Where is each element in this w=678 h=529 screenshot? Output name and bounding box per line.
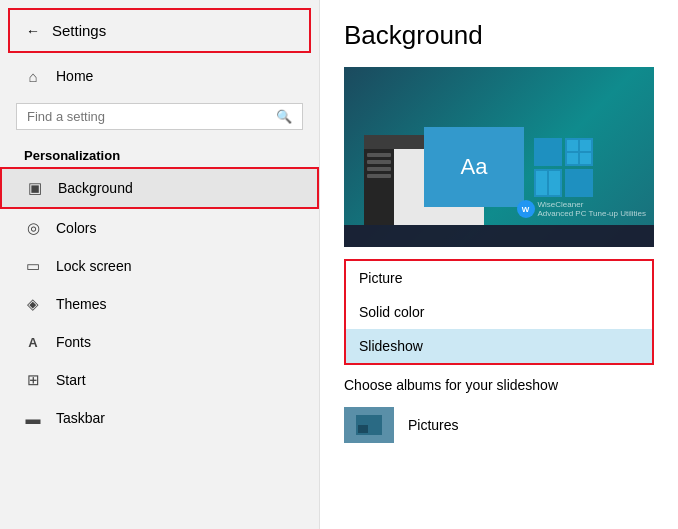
album-item[interactable]: Pictures <box>344 403 654 447</box>
colors-icon: ◎ <box>24 219 42 237</box>
tile-sub <box>567 140 578 151</box>
page-title: Background <box>344 20 654 51</box>
albums-section-label: Choose albums for your slideshow <box>344 377 654 393</box>
lock-screen-icon: ▭ <box>24 257 42 275</box>
preview-sidebar-win <box>364 149 394 225</box>
sidebar: ← Settings ⌂ Home 🔍 Personalization ▣ Ba… <box>0 0 320 529</box>
background-preview: Aa W WiseCleaner Advanced PC Tun <box>344 67 654 247</box>
personalization-section-label: Personalization <box>0 138 319 167</box>
tile-sub <box>536 171 547 195</box>
fonts-label: Fonts <box>56 334 91 350</box>
tile-bottom-left <box>534 169 562 197</box>
tile <box>534 138 562 166</box>
wisecleaner-watermark: W WiseCleaner Advanced PC Tune-up Utilit… <box>517 200 647 219</box>
settings-title: Settings <box>52 22 106 39</box>
preview-aa-text: Aa <box>461 154 488 180</box>
lock-screen-label: Lock screen <box>56 258 131 274</box>
start-label: Start <box>56 372 86 388</box>
sidebar-item-home[interactable]: ⌂ Home <box>0 57 319 95</box>
preview-taskbar <box>344 225 654 247</box>
search-icon: 🔍 <box>276 109 292 124</box>
tile-sub <box>580 140 591 151</box>
background-icon: ▣ <box>26 179 44 197</box>
dropdown-option-picture[interactable]: Picture <box>346 261 652 295</box>
preview-sidebar-line <box>367 167 391 171</box>
sidebar-item-fonts[interactable]: A Fonts <box>0 323 319 361</box>
wisecleaner-text: WiseCleaner Advanced PC Tune-up Utilitie… <box>538 200 647 219</box>
tile-bottom-right <box>565 169 593 197</box>
search-box[interactable]: 🔍 <box>16 103 303 130</box>
album-thumb-decoration <box>358 425 368 433</box>
dropdown-option-solid-color[interactable]: Solid color <box>346 295 652 329</box>
themes-icon: ◈ <box>24 295 42 313</box>
themes-label: Themes <box>56 296 107 312</box>
start-icon: ⊞ <box>24 371 42 389</box>
preview-tiles <box>534 138 593 197</box>
main-content: Background <box>320 0 678 529</box>
back-button[interactable]: ← <box>26 23 40 39</box>
tile-small <box>565 138 593 166</box>
preview-sidebar-line <box>367 153 391 157</box>
wisecleaner-logo: W <box>517 200 535 218</box>
home-label: Home <box>56 68 93 84</box>
album-thumb-icon <box>356 415 382 435</box>
sidebar-item-lock-screen[interactable]: ▭ Lock screen <box>0 247 319 285</box>
colors-label: Colors <box>56 220 96 236</box>
background-label: Background <box>58 180 133 196</box>
home-icon: ⌂ <box>24 67 42 85</box>
tile-sub <box>549 171 560 195</box>
tile-sub <box>580 153 591 164</box>
sidebar-item-colors[interactable]: ◎ Colors <box>0 209 319 247</box>
taskbar-label: Taskbar <box>56 410 105 426</box>
search-input[interactable] <box>27 109 276 124</box>
sidebar-item-taskbar[interactable]: ▬ Taskbar <box>0 399 319 437</box>
sidebar-item-themes[interactable]: ◈ Themes <box>0 285 319 323</box>
settings-header: ← Settings <box>8 8 311 53</box>
sidebar-item-background[interactable]: ▣ Background <box>0 167 319 209</box>
album-name: Pictures <box>408 417 459 433</box>
sidebar-item-start[interactable]: ⊞ Start <box>0 361 319 399</box>
fonts-icon: A <box>24 333 42 351</box>
dropdown-option-slideshow[interactable]: Slideshow <box>346 329 652 363</box>
preview-aa-window: Aa <box>424 127 524 207</box>
album-thumbnail <box>344 407 394 443</box>
preview-sidebar-line <box>367 160 391 164</box>
taskbar-icon: ▬ <box>24 409 42 427</box>
background-type-dropdown[interactable]: Picture Solid color Slideshow <box>344 259 654 365</box>
tile-sub <box>567 153 578 164</box>
preview-sidebar-line <box>367 174 391 178</box>
